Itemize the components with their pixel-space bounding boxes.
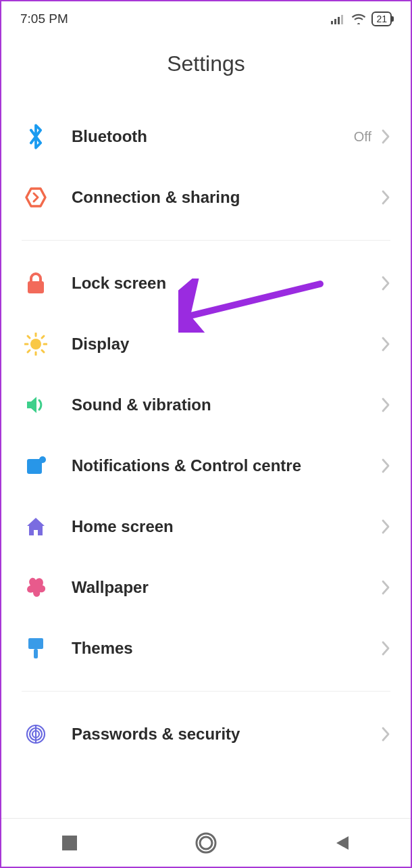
- settings-row-notifications[interactable]: Notifications & Control centre: [1, 435, 411, 496]
- svg-rect-19: [34, 649, 38, 658]
- row-label: Notifications & Control centre: [72, 456, 381, 475]
- chevron-right-icon: [381, 189, 390, 206]
- page-title: Settings: [1, 31, 411, 106]
- brush-icon: [22, 634, 50, 662]
- settings-row-passwords-security[interactable]: Passwords & security: [1, 704, 411, 765]
- row-label: Connection & sharing: [72, 188, 381, 207]
- signal-icon: [331, 14, 346, 24]
- svg-rect-17: [34, 530, 38, 535]
- row-label: Wallpaper: [72, 578, 381, 597]
- svg-rect-2: [338, 17, 340, 24]
- settings-row-bluetooth[interactable]: BluetoothOff: [1, 106, 411, 167]
- chevron-right-icon: [381, 336, 390, 352]
- chevron-right-icon: [381, 726, 390, 742]
- row-value: Off: [354, 129, 371, 145]
- share-hex-icon: [22, 183, 50, 212]
- row-label: Passwords & security: [72, 725, 381, 744]
- status-time: 7:05 PM: [20, 11, 68, 26]
- sun-icon: [22, 330, 50, 358]
- svg-line-12: [42, 336, 44, 338]
- row-label: Home screen: [72, 517, 381, 536]
- row-label: Lock screen: [72, 274, 381, 293]
- row-label: Display: [72, 335, 381, 354]
- nav-back-button[interactable]: [302, 834, 383, 852]
- status-bar: 7:05 PM 21: [1, 1, 411, 31]
- chevron-right-icon: [381, 640, 390, 656]
- svg-rect-24: [62, 836, 77, 850]
- settings-row-themes[interactable]: Themes: [1, 618, 411, 679]
- chevron-right-icon: [381, 458, 390, 474]
- svg-rect-4: [28, 281, 44, 293]
- svg-rect-0: [331, 21, 333, 24]
- status-icons: 21: [331, 11, 392, 26]
- circle-icon: [195, 831, 217, 854]
- settings-list: BluetoothOffConnection & sharingLock scr…: [1, 106, 411, 765]
- volume-icon: [22, 391, 50, 419]
- section-divider: [22, 240, 390, 241]
- chevron-right-icon: [381, 579, 390, 596]
- battery-icon: 21: [371, 11, 392, 26]
- svg-rect-3: [341, 15, 343, 24]
- row-label: Themes: [72, 639, 381, 658]
- section-divider: [22, 691, 390, 692]
- triangle-back-icon: [334, 834, 351, 852]
- nav-bar: [1, 818, 411, 867]
- fingerprint-icon: [22, 720, 50, 748]
- flower-icon: [22, 573, 50, 602]
- badge-square-icon: [22, 452, 50, 480]
- svg-point-5: [30, 339, 41, 349]
- row-label: Bluetooth: [72, 127, 354, 146]
- settings-row-home-screen[interactable]: Home screen: [1, 496, 411, 557]
- lock-icon: [22, 269, 50, 297]
- wifi-icon: [351, 14, 366, 24]
- svg-line-11: [42, 350, 44, 352]
- svg-point-26: [200, 837, 212, 849]
- settings-row-connection-sharing[interactable]: Connection & sharing: [1, 167, 411, 228]
- svg-rect-18: [28, 638, 43, 649]
- settings-row-wallpaper[interactable]: Wallpaper: [1, 557, 411, 618]
- chevron-right-icon: [381, 519, 390, 535]
- chevron-right-icon: [381, 275, 390, 291]
- nav-home-button[interactable]: [165, 831, 247, 854]
- settings-row-lock-screen[interactable]: Lock screen: [1, 253, 411, 314]
- square-icon: [61, 834, 78, 852]
- nav-recent-button[interactable]: [29, 834, 110, 852]
- row-label: Sound & vibration: [72, 395, 381, 414]
- settings-row-sound-vibration[interactable]: Sound & vibration: [1, 375, 411, 435]
- chevron-right-icon: [381, 128, 390, 145]
- svg-rect-1: [334, 19, 336, 24]
- settings-row-display[interactable]: Display: [1, 314, 411, 375]
- svg-line-10: [28, 336, 30, 338]
- chevron-right-icon: [381, 397, 390, 413]
- bluetooth-icon: [22, 122, 50, 151]
- svg-line-13: [28, 350, 30, 352]
- home-icon: [22, 512, 50, 541]
